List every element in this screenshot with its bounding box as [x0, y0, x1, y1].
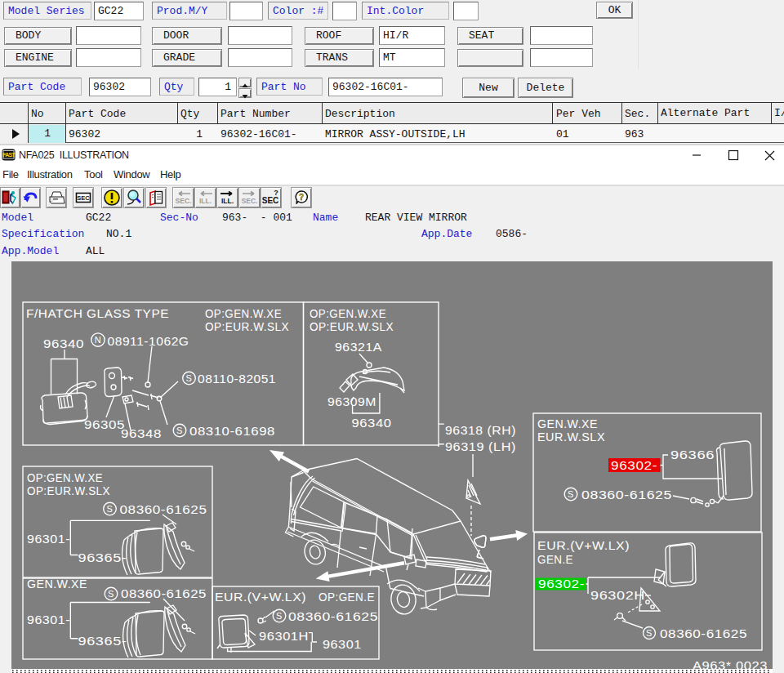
- svg-text:S: S: [186, 373, 193, 383]
- svg-text:08360-61625: 08360-61625: [288, 609, 378, 623]
- svg-text:96321A: 96321A: [335, 340, 382, 354]
- svg-text:GEN.E: GEN.E: [537, 552, 573, 566]
- svg-text:OP:EUR.W.SLX: OP:EUR.W.SLX: [205, 319, 289, 333]
- svg-text:96365-: 96365-: [78, 634, 127, 648]
- svg-text:96319 (LH): 96319 (LH): [445, 439, 516, 453]
- svg-text:08310-61698: 08310-61698: [189, 424, 275, 438]
- svg-text:08110-82051: 08110-82051: [198, 372, 276, 386]
- svg-text:96340: 96340: [43, 336, 84, 350]
- svg-text:ILL.: ILL.: [199, 197, 212, 205]
- svg-text:S: S: [568, 489, 574, 499]
- svg-text:96301: 96301: [323, 637, 362, 651]
- svg-text:96301-: 96301-: [27, 532, 70, 546]
- svg-text:SEC: SEC: [262, 196, 279, 205]
- svg-text:96365-: 96365-: [78, 550, 127, 564]
- svg-text:N: N: [95, 335, 101, 345]
- svg-text:OP:EUR.W.SLX: OP:EUR.W.SLX: [27, 484, 110, 497]
- svg-text:SEC.: SEC.: [176, 197, 192, 205]
- svg-text:96302-: 96302-: [538, 577, 585, 591]
- svg-text:A963* 0023: A963* 0023: [693, 658, 768, 672]
- svg-text:EUR.(V+W.LX): EUR.(V+W.LX): [537, 538, 630, 552]
- svg-text:GEN.W.XE: GEN.W.XE: [537, 417, 598, 430]
- svg-text:S: S: [176, 426, 183, 435]
- svg-text:?: ?: [299, 193, 304, 202]
- svg-text:96302H: 96302H: [590, 588, 645, 602]
- svg-text:S: S: [108, 589, 114, 599]
- svg-text:SEC: SEC: [77, 194, 90, 202]
- svg-text:S: S: [646, 628, 653, 638]
- svg-text:F/HATCH GLASS TYPE: F/HATCH GLASS TYPE: [26, 306, 169, 320]
- svg-text:OP:GEN.W.XE: OP:GEN.W.XE: [27, 470, 103, 484]
- svg-text:OP:EUR.W.SLX: OP:EUR.W.SLX: [310, 319, 394, 333]
- svg-text:08360-61625: 08360-61625: [121, 586, 207, 600]
- svg-text:OP:GEN.W.XE: OP:GEN.W.XE: [205, 306, 282, 320]
- svg-text:08360-61625: 08360-61625: [660, 626, 747, 640]
- svg-text:GEN.W.XE: GEN.W.XE: [27, 577, 87, 591]
- svg-text:FAST: FAST: [2, 152, 16, 158]
- svg-text:96305: 96305: [84, 417, 125, 431]
- svg-text:96302-: 96302-: [611, 458, 657, 472]
- svg-text:08360-61625: 08360-61625: [581, 488, 672, 501]
- svg-text:96366: 96366: [670, 448, 715, 461]
- svg-text:96318 (RH): 96318 (RH): [445, 423, 516, 437]
- svg-text:EUR.(V+W.LX): EUR.(V+W.LX): [215, 590, 306, 604]
- svg-text:08911-1062G: 08911-1062G: [108, 334, 189, 348]
- svg-text:OP:GEN.E: OP:GEN.E: [318, 590, 375, 604]
- svg-text:96301H: 96301H: [259, 629, 309, 643]
- svg-text:?: ?: [274, 189, 278, 197]
- svg-text:96340: 96340: [352, 416, 392, 430]
- svg-text:EUR.W.SLX: EUR.W.SLX: [537, 430, 605, 443]
- svg-text:96301-: 96301-: [27, 613, 70, 626]
- svg-text:SEC.: SEC.: [242, 197, 258, 205]
- svg-text:S: S: [107, 504, 114, 514]
- svg-text:S: S: [276, 611, 283, 621]
- svg-text:ILL.: ILL.: [221, 197, 234, 205]
- svg-text:OP:GEN.W.XE: OP:GEN.W.XE: [310, 306, 386, 320]
- svg-text:08360-61625: 08360-61625: [120, 502, 207, 516]
- svg-text:96348: 96348: [121, 426, 162, 440]
